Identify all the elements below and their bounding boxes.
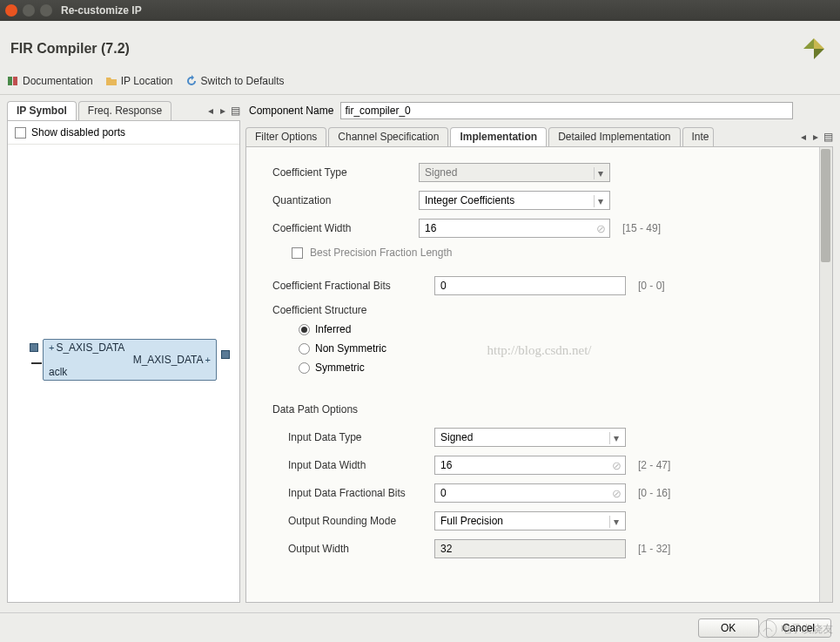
tab-menu-icon[interactable]: ▤	[823, 131, 833, 143]
refresh-icon	[185, 75, 198, 87]
input-data-frac-bits-value: 0	[440, 487, 447, 499]
ok-button[interactable]: OK	[698, 618, 759, 638]
scrollbar[interactable]	[819, 147, 832, 602]
xilinx-logo-icon	[798, 33, 830, 64]
tab-detailed-implementation[interactable]: Detailed Implementation	[548, 127, 680, 146]
switch-defaults-link[interactable]: Switch to Defaults	[185, 75, 285, 87]
tab-implementation[interactable]: Implementation	[450, 127, 547, 146]
tab-menu-icon[interactable]: ▤	[230, 105, 240, 117]
best-precision-checkbox[interactable]	[292, 247, 303, 259]
ip-block-diagram: +S_AXIS_DATA M_AXIS_DATA+ aclk	[43, 339, 217, 381]
tab-freq-response[interactable]: Freq. Response	[78, 101, 171, 120]
show-disabled-ports-row[interactable]: Show disabled ports	[8, 121, 239, 145]
output-width-value: 32	[440, 543, 452, 555]
m-axis-label: M_AXIS_DATA	[133, 354, 204, 366]
scrollbar-thumb[interactable]	[821, 149, 830, 262]
ip-block: +S_AXIS_DATA M_AXIS_DATA+ aclk	[43, 339, 217, 381]
tab-nav-prev-icon[interactable]: ◂	[798, 131, 809, 143]
m-axis-port	[221, 350, 230, 359]
ip-location-label: IP Location	[121, 75, 173, 87]
radio-symmetric[interactable]: Symmetric	[299, 362, 811, 374]
coefficient-type-combo: Signed ▾	[419, 163, 610, 182]
clear-icon[interactable]: ⊘	[596, 222, 606, 235]
clear-icon[interactable]: ⊘	[612, 459, 622, 472]
right-panel: Component Name Filter Options Channel Sp…	[245, 100, 833, 603]
output-width-label: Output Width	[272, 543, 427, 555]
documentation-label: Documentation	[23, 75, 93, 87]
component-name-row: Component Name	[245, 100, 833, 126]
best-precision-label: Best Precision Fraction Length	[310, 247, 452, 259]
tab-interface[interactable]: Inte	[682, 127, 714, 146]
output-width-range: [1 - 32]	[638, 543, 670, 555]
site-watermark-icon: 电子发烧友	[758, 619, 833, 639]
clear-icon[interactable]: ⊘	[612, 487, 622, 500]
radio-icon[interactable]	[299, 343, 310, 355]
input-data-width-range: [2 - 47]	[638, 459, 670, 471]
input-data-width-value: 16	[440, 459, 452, 471]
expand-icon[interactable]: +	[205, 355, 211, 365]
input-data-type-combo[interactable]: Signed ▾	[434, 428, 626, 447]
close-icon[interactable]	[5, 4, 17, 17]
input-data-width-input[interactable]: 16 ⊘	[434, 456, 626, 475]
coefficient-width-range: [15 - 49]	[622, 222, 661, 234]
ip-location-link[interactable]: IP Location	[105, 75, 173, 87]
svg-rect-4	[13, 77, 17, 85]
input-data-type-label: Input Data Type	[272, 431, 427, 443]
tab-nav-next-icon[interactable]: ▸	[218, 105, 228, 117]
tab-filter-options[interactable]: Filter Options	[245, 127, 326, 146]
maximize-icon[interactable]	[40, 4, 52, 17]
quantization-label: Quantization	[272, 194, 412, 206]
coefficient-width-label: Coefficient Width	[272, 222, 412, 234]
data-path-options-label: Data Path Options	[272, 403, 811, 416]
coefficient-type-value: Signed	[425, 166, 457, 179]
left-panel: IP Symbol Freq. Response ◂ ▸ ▤ Show disa…	[7, 100, 240, 603]
radio-icon[interactable]	[299, 324, 310, 335]
left-tabstrip: IP Symbol Freq. Response ◂ ▸ ▤	[7, 100, 240, 121]
tab-ip-symbol[interactable]: IP Symbol	[7, 101, 77, 120]
svg-point-5	[759, 620, 776, 638]
coeff-frac-bits-label: Coefficient Fractional Bits	[272, 280, 427, 292]
folder-icon	[105, 75, 118, 87]
symmetric-label: Symmetric	[315, 362, 365, 374]
documentation-link[interactable]: Documentation	[7, 75, 93, 87]
expand-icon[interactable]: +	[49, 342, 54, 353]
coeff-frac-bits-value: 0	[440, 280, 447, 292]
output-rounding-combo[interactable]: Full Precision ▾	[434, 511, 626, 530]
checkbox-icon[interactable]	[15, 127, 26, 139]
component-name-input[interactable]	[340, 102, 793, 119]
book-icon	[7, 75, 19, 87]
tab-nav-next-icon[interactable]: ▸	[810, 131, 821, 143]
tab-nav-prev-icon[interactable]: ◂	[205, 105, 216, 117]
switch-defaults-label: Switch to Defaults	[201, 75, 285, 87]
svg-marker-0	[803, 38, 814, 49]
output-rounding-value: Full Precision	[440, 515, 503, 527]
input-data-frac-bits-input[interactable]: 0 ⊘	[434, 483, 626, 503]
minimize-icon[interactable]	[23, 4, 35, 17]
dialog-title: FIR Compiler (7.2)	[10, 41, 130, 57]
aclk-port	[31, 362, 42, 364]
port-icon	[221, 350, 230, 359]
radio-inferred[interactable]: Inferred	[299, 323, 811, 335]
non-symmetric-label: Non Symmetric	[315, 342, 386, 355]
tab-channel-specification[interactable]: Channel Specification	[328, 127, 448, 146]
radio-non-symmetric[interactable]: Non Symmetric	[299, 342, 811, 355]
coefficient-width-input[interactable]: 16 ⊘	[419, 219, 610, 238]
radio-icon[interactable]	[299, 362, 310, 374]
coeff-frac-bits-input[interactable]: 0	[434, 276, 626, 295]
ip-symbol-canvas: Show disabled ports +S_AXIS_DATA M_AXIS_…	[7, 121, 240, 603]
coefficient-type-label: Coefficient Type	[272, 166, 412, 179]
chevron-down-icon[interactable]: ▾	[594, 195, 606, 207]
quantization-combo[interactable]: Integer Coefficients ▾	[419, 191, 610, 210]
toolbar: Documentation IP Location Switch to Defa…	[0, 70, 840, 95]
input-data-frac-bits-range: [0 - 16]	[638, 487, 670, 499]
implementation-form: Coefficient Type Signed ▾ Quantization I…	[245, 147, 833, 603]
chevron-down-icon: ▾	[594, 167, 606, 179]
svg-rect-3	[8, 77, 12, 85]
svg-marker-1	[814, 38, 824, 49]
title-bar: Re-customize IP	[0, 0, 840, 21]
chevron-down-icon[interactable]: ▾	[609, 432, 622, 444]
output-rounding-label: Output Rounding Mode	[272, 515, 427, 527]
config-tabstrip: Filter Options Channel Specification Imp…	[245, 126, 833, 147]
chevron-down-icon[interactable]: ▾	[609, 516, 622, 528]
s-axis-label: S_AXIS_DATA	[56, 341, 124, 354]
